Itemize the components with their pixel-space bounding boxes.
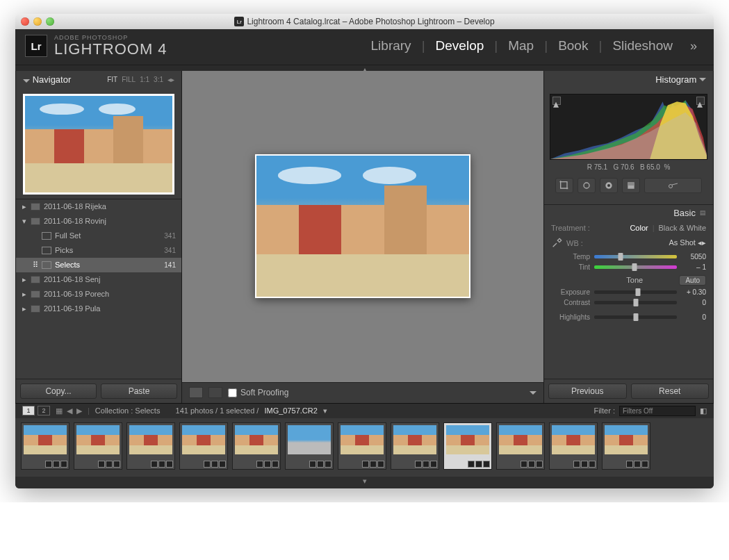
collection-row[interactable]: Picks341	[16, 243, 181, 258]
monitor-1-toggle[interactable]: 1	[22, 406, 35, 415]
module-book[interactable]: Book	[551, 38, 595, 53]
exposure-slider[interactable]: Exposure + 0.30	[551, 287, 706, 297]
filmstrip[interactable]	[15, 418, 714, 477]
filmstrip-thumb[interactable]	[549, 422, 598, 470]
folder-row[interactable]: ▸2011-06-18 Rijeka	[16, 199, 181, 214]
nav-zoom-menu-icon[interactable]: ◂▸	[167, 76, 174, 83]
collection-row[interactable]: Full Set341	[16, 229, 181, 243]
filmstrip-thumb-selected[interactable]	[443, 422, 492, 470]
nav-zoom-fill[interactable]: FILL	[122, 76, 136, 83]
module-slideshow[interactable]: Slideshow	[605, 38, 680, 53]
filmstrip-thumb[interactable]	[391, 422, 439, 470]
filmstrip-thumb[interactable]	[74, 422, 122, 470]
prev-photo-icon[interactable]: ◀	[67, 406, 72, 415]
module-map[interactable]: Map	[501, 38, 541, 53]
paste-button[interactable]: Paste	[101, 384, 177, 399]
svg-rect-4	[628, 182, 634, 186]
filmstrip-thumb[interactable]	[496, 422, 545, 470]
folder-row[interactable]: ▸2011-06-19 Porech	[16, 287, 181, 302]
shadow-clip-icon[interactable]: ▴	[552, 97, 561, 105]
soft-proofing-checkbox[interactable]	[228, 388, 237, 397]
soft-proofing-toggle[interactable]: Soft Proofing	[228, 388, 288, 397]
window-title: Lightroom 4 Catalog.lrcat – Adobe Photos…	[247, 17, 494, 26]
selection-count: 141 photos / 1 selected /	[176, 406, 259, 415]
filmstrip-thumb[interactable]	[602, 422, 650, 470]
filmstrip-thumb[interactable]	[232, 422, 281, 470]
more-modules-icon[interactable]: »	[683, 39, 704, 53]
reset-button[interactable]: Reset	[631, 384, 710, 399]
filmstrip-thumb[interactable]	[179, 422, 228, 470]
highlight-clip-icon[interactable]: ▴	[696, 97, 705, 105]
folder-row[interactable]: ▸2011-06-19 Pula	[16, 302, 181, 316]
filmstrip-thumb[interactable]	[338, 422, 386, 470]
collapse-icon[interactable]	[23, 79, 30, 83]
tone-label: Tone	[590, 276, 679, 284]
navigator-preview[interactable]	[23, 94, 174, 195]
navigator-header[interactable]: Navigator FIT FILL 1:1 3:1 ◂▸	[16, 71, 181, 88]
filmstrip-thumb[interactable]	[285, 422, 334, 470]
svg-point-0	[584, 183, 589, 188]
rgb-readout: R 75.1 G 70.6 B 65.0 %	[550, 160, 707, 174]
contrast-slider[interactable]: Contrast 0	[551, 297, 706, 308]
collapse-bottom-icon[interactable]: ▾	[363, 477, 367, 485]
folder-row[interactable]: ▾2011-06-18 Rovinj	[16, 214, 181, 229]
wb-eyedropper-icon[interactable]	[551, 238, 562, 249]
treatment-color[interactable]: Color	[630, 224, 648, 232]
treatment-bw[interactable]: Black & White	[659, 224, 706, 232]
grid-view-icon[interactable]: ▦	[56, 406, 63, 415]
auto-tone-button[interactable]: Auto	[679, 275, 706, 286]
basic-panel-header[interactable]: Basic ▤	[551, 208, 706, 221]
module-picker: Library | Develop | Map | Book | Slidesh…	[364, 38, 704, 53]
svg-point-5	[669, 184, 672, 188]
nav-zoom-1to1[interactable]: 1:1	[140, 76, 149, 83]
filter-lock-icon[interactable]: ◧	[700, 406, 707, 415]
main-photo-preview[interactable]	[255, 154, 470, 298]
temp-slider[interactable]: Temp 5050	[551, 252, 706, 262]
collapse-icon[interactable]	[699, 78, 706, 81]
module-library[interactable]: Library	[364, 38, 418, 53]
nav-zoom-3to1[interactable]: 3:1	[154, 76, 163, 83]
crop-tool-icon[interactable]	[555, 178, 573, 193]
monitor-2-toggle[interactable]: 2	[38, 406, 50, 415]
wb-preset-select[interactable]: As Shot ◂▸	[669, 238, 706, 247]
redeye-tool-icon[interactable]	[600, 178, 618, 193]
module-develop[interactable]: Develop	[429, 38, 491, 53]
brush-tool-icon[interactable]	[644, 178, 702, 193]
highlights-slider[interactable]: Highlights 0	[551, 312, 706, 322]
app-icon: Lr	[234, 17, 244, 26]
filmstrip-thumb[interactable]	[126, 422, 175, 470]
folder-row[interactable]: ▸2011-06-18 Senj	[16, 272, 181, 287]
path-menu-icon[interactable]: ▾	[323, 406, 327, 415]
brand-icon: Lr	[25, 35, 47, 57]
spot-tool-icon[interactable]	[578, 178, 596, 193]
toolbar-menu-icon[interactable]	[530, 391, 536, 395]
collections-list: ▸2011-06-18 Rijeka ▾2011-06-18 Rovinj Fu…	[16, 199, 181, 379]
previous-button[interactable]: Previous	[548, 384, 627, 399]
next-photo-icon[interactable]: ▶	[76, 406, 82, 415]
nav-zoom-fit[interactable]: FIT	[107, 76, 117, 83]
collection-row-selected[interactable]: ⠿Selects141	[16, 258, 181, 272]
grad-filter-icon[interactable]	[622, 178, 640, 193]
filmstrip-thumb[interactable]	[21, 422, 69, 470]
filter-label: Filter :	[593, 406, 615, 415]
window-titlebar: Lr Lightroom 4 Catalog.lrcat – Adobe Pho…	[15, 14, 714, 29]
panel-menu-icon[interactable]: ▤	[700, 209, 706, 216]
collection-path[interactable]: Collection : Selects	[95, 406, 161, 415]
monitor-toggles: 1 2	[22, 406, 50, 415]
histogram[interactable]: ▴ ▴	[550, 94, 707, 160]
brand-text: ADOBE PHOTOSHOP LIGHTROOM 4	[54, 35, 167, 58]
loupe-view-icon[interactable]	[189, 387, 203, 398]
copy-button[interactable]: Copy...	[20, 384, 97, 399]
tint-slider[interactable]: Tint – 1	[551, 262, 706, 272]
histogram-header[interactable]: Histogram	[544, 71, 713, 88]
filter-select[interactable]: Filters Off	[619, 406, 696, 416]
filename-label: IMG_0757.CR2	[264, 406, 317, 415]
before-after-icon[interactable]	[208, 387, 222, 398]
svg-point-2	[607, 184, 610, 187]
